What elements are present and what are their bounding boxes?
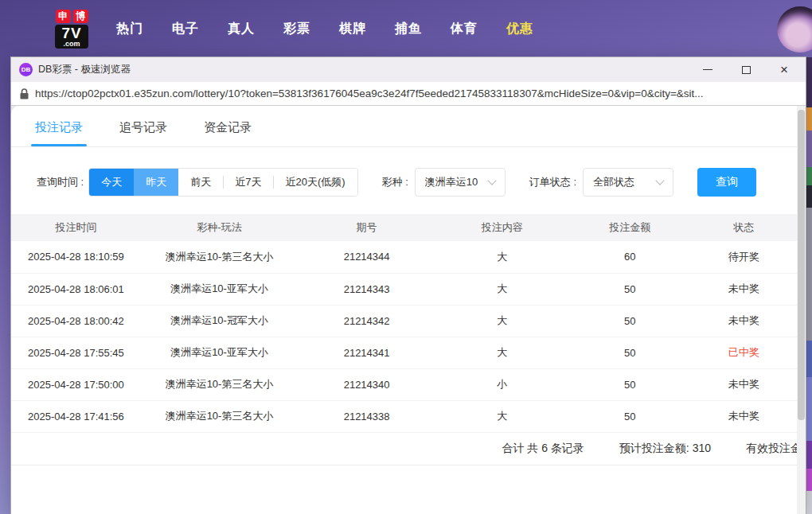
- logo-badge: 博: [73, 10, 88, 23]
- col-header-status: 状态: [691, 214, 797, 241]
- col-header-bet-time: 投注时间: [11, 214, 141, 241]
- db-app-icon: DB: [19, 63, 33, 76]
- tab-funds-records[interactable]: 资金记录: [204, 120, 252, 146]
- site-top-nav: 申 博 7V .com 热门电子真人彩票棋牌捕鱼体育优惠: [0, 0, 812, 57]
- summary-valid-amount: 有效投注金: [746, 442, 797, 456]
- cell-bet-amount: 50: [569, 273, 691, 305]
- scrollbar-thumb[interactable]: [798, 110, 805, 420]
- time-filter-option-1[interactable]: 昨天: [134, 169, 178, 196]
- table-row: 2025-04-28 18:10:59澳洲幸运10-第三名大小21214344大…: [11, 241, 797, 273]
- cell-bet-time: 2025-04-28 18:10:59: [11, 241, 141, 273]
- url-text[interactable]: https://ctop02pctx01.e35zun.com/lottery/…: [35, 88, 704, 99]
- lottery-select-value: 澳洲幸运10: [425, 175, 478, 189]
- cell-lottery-play: 澳洲幸运10-亚军大小: [141, 337, 298, 368]
- cell-status: 未中奖: [691, 400, 797, 432]
- cell-bet-time: 2025-04-28 17:41:56: [11, 400, 141, 432]
- cell-bet-amount: 50: [569, 337, 691, 368]
- cell-bet-time: 2025-04-28 18:00:42: [11, 305, 141, 337]
- window-titlebar[interactable]: DB DB彩票 - 极速浏览器 ×: [11, 57, 806, 82]
- cell-bet-content: 大: [435, 400, 569, 432]
- cell-period: 21214338: [298, 400, 435, 432]
- filter-bar: 查询时间 : 今天昨天前天近7天近20天(低频) 彩种 : 澳洲幸运10 订单状…: [11, 147, 797, 197]
- chevron-down-icon: [655, 176, 664, 185]
- bet-records-table: 投注时间 彩种-玩法 期号 投注内容 投注金额 状态 2025-04-28 18…: [11, 214, 797, 433]
- cell-period: 21214342: [298, 305, 435, 337]
- cell-bet-time: 2025-04-28 17:50:00: [11, 368, 141, 400]
- lottery-select[interactable]: 澳洲幸运10: [415, 168, 506, 197]
- cell-bet-amount: 60: [569, 241, 691, 273]
- time-filter-option-0[interactable]: 今天: [89, 169, 134, 196]
- cell-status: 未中奖: [691, 368, 797, 400]
- tab-bet-records[interactable]: 投注记录: [35, 120, 83, 146]
- nav-item[interactable]: 真人: [228, 21, 255, 37]
- cell-status: 未中奖: [691, 273, 797, 305]
- table-header-row: 投注时间 彩种-玩法 期号 投注内容 投注金额 状态: [11, 214, 797, 241]
- nav-item[interactable]: 体育: [451, 21, 478, 37]
- cell-lottery-play: 澳洲幸运10-冠军大小: [141, 305, 298, 337]
- col-header-bet-amount: 投注金额: [569, 214, 691, 241]
- logo-badge: 申: [56, 10, 71, 23]
- col-header-period: 期号: [298, 214, 435, 241]
- table-row: 2025-04-28 18:00:42澳洲幸运10-冠军大小21214342大5…: [11, 305, 797, 337]
- table-row: 2025-04-28 17:50:00澳洲幸运10-第三名大小21214340小…: [11, 368, 797, 400]
- cell-bet-amount: 50: [569, 400, 691, 432]
- cell-status: 已中奖: [691, 337, 797, 368]
- cell-bet-content: 小: [435, 368, 569, 400]
- nav-item[interactable]: 棋牌: [339, 21, 366, 37]
- cell-period: 21214344: [298, 241, 435, 273]
- col-header-lottery-play: 彩种-玩法: [141, 214, 298, 241]
- cell-bet-time: 2025-04-28 18:06:01: [11, 273, 141, 305]
- col-header-bet-content: 投注内容: [435, 214, 569, 241]
- maximize-button[interactable]: [740, 64, 751, 76]
- cell-status: 未中奖: [691, 305, 797, 337]
- cell-lottery-play: 澳洲幸运10-亚军大小: [141, 273, 298, 305]
- lottery-filter-label: 彩种 :: [382, 175, 408, 189]
- cell-bet-content: 大: [435, 241, 569, 273]
- time-filter-option-4[interactable]: 近20天(低频): [273, 169, 357, 196]
- close-icon: ×: [780, 64, 788, 76]
- minimize-button[interactable]: [702, 64, 713, 76]
- nav-item[interactable]: 彩票: [283, 21, 310, 37]
- cell-status: 待开奖: [691, 241, 797, 273]
- tab-chase-records[interactable]: 追号记录: [119, 120, 167, 146]
- nav-item[interactable]: 捕鱼: [395, 21, 422, 37]
- site-logo[interactable]: 申 博 7V .com: [49, 10, 94, 49]
- cell-bet-amount: 50: [569, 368, 691, 400]
- cell-lottery-play: 澳洲幸运10-第三名大小: [141, 368, 298, 400]
- nav-item[interactable]: 电子: [172, 21, 199, 37]
- nav-item[interactable]: 热门: [116, 21, 143, 37]
- order-status-select[interactable]: 全部状态: [583, 168, 673, 197]
- close-button[interactable]: ×: [779, 64, 790, 76]
- cell-lottery-play: 澳洲幸运10-第三名大小: [141, 241, 298, 273]
- nav-item[interactable]: 优惠: [506, 21, 533, 37]
- cell-bet-amount: 50: [569, 305, 691, 337]
- page-content: 投注记录 追号记录 资金记录 查询时间 : 今天昨天前天近7天近20天(低频) …: [11, 106, 797, 514]
- cell-bet-content: 大: [435, 337, 569, 368]
- order-status-value: 全部状态: [593, 175, 634, 189]
- time-filter-option-2[interactable]: 前天: [178, 169, 223, 196]
- search-button[interactable]: 查询: [697, 168, 756, 197]
- address-bar[interactable]: https://ctop02pctx01.e35zun.com/lottery/…: [11, 82, 806, 106]
- background-page-edge: [806, 57, 812, 514]
- summary-expected-amount: 预计投注金额: 310: [619, 442, 711, 456]
- cell-period: 21214341: [298, 337, 435, 368]
- browser-viewport: 投注记录 追号记录 资金记录 查询时间 : 今天昨天前天近7天近20天(低频) …: [11, 106, 806, 514]
- summary-total-records: 合计 共 6 条记录: [502, 442, 584, 456]
- logo-main-text: 7V: [55, 25, 88, 41]
- user-avatar[interactable]: [777, 6, 812, 53]
- logo-sub-text: .com: [55, 41, 88, 48]
- browser-window: DB DB彩票 - 极速浏览器 × https://ctop02pctx01.e…: [11, 57, 806, 514]
- cell-bet-time: 2025-04-28 17:55:45: [11, 337, 141, 368]
- record-tabs: 投注记录 追号记录 资金记录: [11, 106, 797, 147]
- site-nav-menu: 热门电子真人彩票棋牌捕鱼体育优惠: [116, 21, 533, 37]
- cell-bet-content: 大: [435, 305, 569, 337]
- chevron-down-icon: [487, 176, 496, 185]
- scrollbar-track[interactable]: [797, 106, 806, 514]
- table-row: 2025-04-28 17:55:45澳洲幸运10-亚军大小21214341大5…: [11, 337, 797, 368]
- time-filter-label: 查询时间 :: [37, 175, 84, 189]
- cell-period: 21214343: [298, 273, 435, 305]
- table-row: 2025-04-28 17:41:56澳洲幸运10-第三名大小21214338大…: [11, 400, 797, 432]
- time-filter-option-3[interactable]: 近7天: [223, 169, 273, 196]
- table-row: 2025-04-28 18:06:01澳洲幸运10-亚军大小21214343大5…: [11, 273, 797, 305]
- summary-bar: 合计 共 6 条记录 预计投注金额: 310 有效投注金: [11, 433, 797, 465]
